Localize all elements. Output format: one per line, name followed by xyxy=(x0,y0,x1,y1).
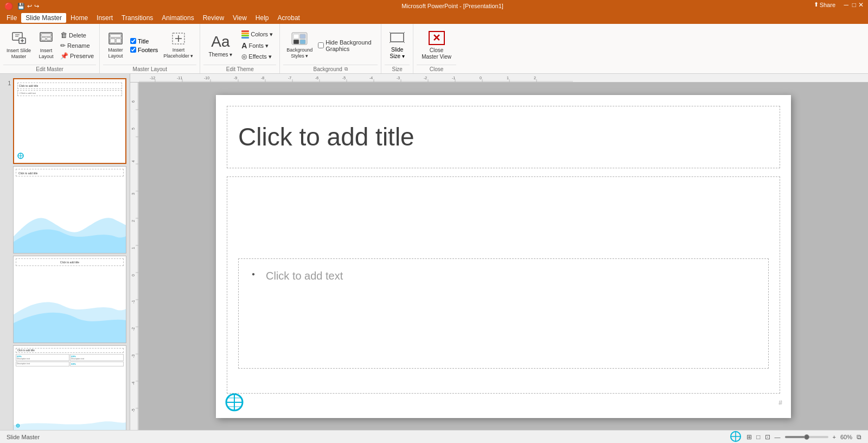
view-reading-btn[interactable]: ⊡ xyxy=(765,433,770,441)
rename-btn[interactable]: ✏ Rename xyxy=(58,41,96,50)
theme-sub-buttons: Colors ▾ A Fonts ▾ ◎ Effects ▾ xyxy=(238,29,276,61)
status-logo xyxy=(729,430,742,444)
close-btn[interactable]: ✕ xyxy=(858,1,864,9)
themes-btn[interactable]: Aa Themes ▾ xyxy=(203,30,237,61)
insert-placeholder-icon xyxy=(171,32,186,46)
colors-icon xyxy=(241,30,249,39)
insert-layout-btn[interactable]: InsertLayout xyxy=(35,29,57,62)
zoom-slider[interactable] xyxy=(785,436,828,438)
bullet-icon: ● xyxy=(252,271,255,277)
zoom-out-btn[interactable]: — xyxy=(775,434,781,440)
slide-thumb-2[interactable]: Click to add title xyxy=(13,166,126,254)
fonts-btn[interactable]: A Fonts ▾ xyxy=(238,40,276,51)
menu-insert[interactable]: Insert xyxy=(92,13,117,23)
slide-panel: 1 Click to add title • Click to add text xyxy=(0,74,130,430)
hide-background-checkbox-label[interactable]: Hide Background Graphics xyxy=(318,39,378,52)
background-styles-icon xyxy=(291,32,308,46)
svg-text:-5: -5 xyxy=(131,409,135,412)
preserve-icon: 📌 xyxy=(60,52,68,60)
title-bar-text: Microsoft PowerPoint - [Presentation1] xyxy=(401,3,503,9)
menu-animations[interactable]: Animations xyxy=(157,13,198,23)
svg-rect-7 xyxy=(41,34,51,36)
menu-transitions[interactable]: Transitions xyxy=(117,13,157,23)
fit-page-btn[interactable]: ⧉ xyxy=(857,433,861,441)
slide-thumb-1[interactable]: Click to add title • Click to add text xyxy=(13,78,126,164)
slide-title-text: Click to add title xyxy=(238,122,414,151)
slide-size-btn[interactable]: SlideSize ▾ xyxy=(385,30,410,61)
ribbon-group-edit-master: Insert SlideMaster InsertLayout 🗑 Delete xyxy=(0,24,100,73)
background-label: Background ⧉ xyxy=(283,65,378,72)
svg-text:-12: -12 xyxy=(150,76,155,80)
zoom-in-btn[interactable]: + xyxy=(833,434,836,440)
insert-slide-master-btn[interactable]: Insert SlideMaster xyxy=(3,29,34,62)
svg-rect-21 xyxy=(300,40,305,44)
svg-text:1: 1 xyxy=(131,247,135,249)
svg-rect-11 xyxy=(110,34,121,37)
svg-rect-19 xyxy=(300,34,305,39)
svg-text:3: 3 xyxy=(131,193,135,195)
svg-rect-20 xyxy=(293,40,299,44)
svg-text:2: 2 xyxy=(534,76,536,80)
slide-content-placeholder[interactable]: ● Click to add text xyxy=(227,176,780,394)
zoom-level: 60% xyxy=(840,434,852,440)
effects-icon: ◎ xyxy=(241,53,247,60)
hide-background-checkbox[interactable] xyxy=(318,42,324,48)
quick-undo[interactable]: ↩ xyxy=(27,3,32,10)
svg-line-23 xyxy=(390,32,391,33)
menu-file[interactable]: File xyxy=(2,13,21,23)
edit-master-label: Edit Master xyxy=(3,65,96,72)
svg-text:2: 2 xyxy=(131,220,135,222)
rename-icon: ✏ xyxy=(60,42,66,49)
ribbon-group-size: SlideSize ▾ Size xyxy=(381,24,413,73)
svg-text:0: 0 xyxy=(480,76,482,80)
share-button[interactable]: ⬆ Share xyxy=(814,1,835,8)
menu-acrobat[interactable]: Acrobat xyxy=(273,13,304,23)
menu-home[interactable]: Home xyxy=(66,13,92,23)
slide-thumb-container-1: 1 Click to add title • Click to add text xyxy=(3,78,126,164)
master-layout-icon xyxy=(108,32,123,46)
menu-help[interactable]: Help xyxy=(251,13,273,23)
layout-checkboxes: Title Footers xyxy=(130,38,158,53)
slide-number-1: 1 xyxy=(3,80,11,86)
footers-checkbox[interactable] xyxy=(130,47,136,53)
slide-canvas[interactable]: Click to add title ● Click to add text xyxy=(216,95,791,418)
canvas-wrapper: -12 -11 -10 -9 -8 -7 -6 -5 -4 -3 -2 -1 0… xyxy=(130,74,868,430)
svg-rect-18 xyxy=(293,34,299,39)
insert-placeholder-btn[interactable]: InsertPlaceholder ▾ xyxy=(160,30,196,61)
close-master-view-btn[interactable]: ✕ CloseMaster View xyxy=(417,30,456,61)
menu-review[interactable]: Review xyxy=(199,13,228,23)
maximize-btn[interactable]: □ xyxy=(852,1,856,9)
svg-text:5: 5 xyxy=(131,128,135,130)
close-master-view-icon: ✕ xyxy=(429,31,445,45)
svg-text:-7: -7 xyxy=(288,76,291,80)
minimize-btn[interactable]: ─ xyxy=(844,1,848,9)
slide-title-placeholder[interactable]: Click to add title xyxy=(227,106,780,168)
ribbon-small-buttons: 🗑 Delete ✏ Rename 📌 Preserve xyxy=(58,30,96,61)
title-checkbox-label[interactable]: Title xyxy=(130,38,158,45)
view-outline-btn[interactable]: □ xyxy=(756,433,760,441)
svg-text:-4: -4 xyxy=(369,76,373,80)
svg-text:-10: -10 xyxy=(204,76,209,80)
effects-btn[interactable]: ◎ Effects ▾ xyxy=(238,52,276,61)
master-layout-label: Master Layout xyxy=(103,65,196,72)
colors-btn[interactable]: Colors ▾ xyxy=(238,29,276,40)
svg-text:1: 1 xyxy=(507,76,509,80)
quick-redo[interactable]: ↪ xyxy=(34,3,39,10)
quick-save[interactable]: 💾 xyxy=(17,3,25,10)
footers-checkbox-label[interactable]: Footers xyxy=(130,47,158,53)
menu-view[interactable]: View xyxy=(228,13,251,23)
view-normal-btn[interactable]: ⊞ xyxy=(746,433,752,441)
svg-text:-6: -6 xyxy=(315,76,318,80)
delete-btn[interactable]: 🗑 Delete xyxy=(58,30,96,40)
menu-slide-master[interactable]: Slide Master xyxy=(21,13,66,23)
background-styles-btn[interactable]: BackgroundStyles ▾ xyxy=(283,30,316,61)
canvas-main: Click to add title ● Click to add text xyxy=(139,83,868,430)
status-right: ⊞ □ ⊡ — + 60% ⧉ xyxy=(729,430,861,444)
preserve-btn[interactable]: 📌 Preserve xyxy=(58,51,96,61)
ribbon-group-close: ✕ CloseMaster View Close xyxy=(413,24,459,73)
slide-thumb-3[interactable]: Click to add title xyxy=(13,256,126,343)
title-checkbox[interactable] xyxy=(130,38,136,44)
master-layout-btn[interactable]: MasterLayout xyxy=(103,30,128,61)
slide-thumb-4[interactable]: Click to add title XX% Description text … xyxy=(13,345,126,430)
background-expand-icon[interactable]: ⧉ xyxy=(344,66,348,72)
